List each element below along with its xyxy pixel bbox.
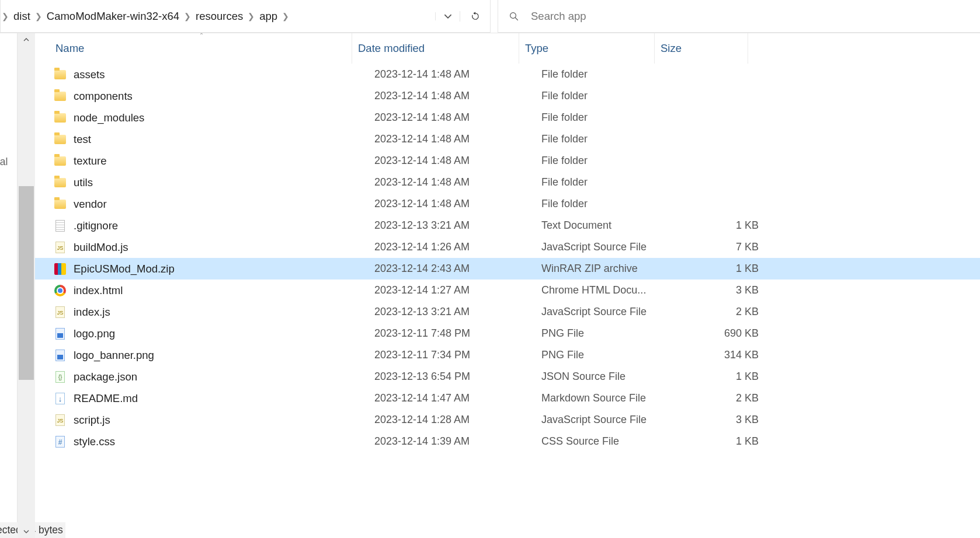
file-row[interactable]: #style.css2023-12-14 1:39 AMCSS Source F…: [35, 431, 980, 452]
file-date: 2023-12-14 1:48 AM: [374, 133, 541, 145]
chevron-right-icon: ❯: [35, 12, 42, 21]
column-header-date[interactable]: Date modified: [352, 33, 519, 64]
file-row[interactable]: index.html2023-12-14 1:27 AMChrome HTML …: [35, 280, 980, 301]
folder-icon: [54, 198, 67, 211]
chevron-down-icon: [23, 529, 29, 534]
file-type: CSS Source File: [541, 435, 677, 448]
file-row[interactable]: ↓README.md2023-12-14 1:47 AMMarkdown Sou…: [35, 387, 980, 409]
file-row[interactable]: JSscript.js2023-12-14 1:28 AMJavaScript …: [35, 409, 980, 431]
refresh-icon: [470, 11, 481, 22]
folder-icon: [54, 111, 67, 124]
file-row[interactable]: EpicUSMod_Mod.zip2023-12-14 2:43 AMWinRA…: [35, 258, 980, 280]
file-name: assets: [74, 68, 105, 81]
nav-tree-edge: nal ected 24 bytes: [0, 33, 18, 538]
history-dropdown-button[interactable]: [435, 12, 460, 20]
file-date: 2023-12-14 1:47 AM: [374, 392, 541, 404]
chevron-right-icon: ❯: [282, 12, 289, 21]
json-file-icon: {}: [54, 371, 67, 383]
file-name: vendor: [74, 198, 107, 211]
file-date: 2023-12-14 1:28 AM: [374, 414, 541, 426]
file-size: 1 KB: [677, 371, 764, 383]
file-row[interactable]: test2023-12-14 1:48 AMFile folder: [35, 128, 980, 150]
js-file-icon: JS: [54, 241, 67, 254]
file-date: 2023-12-14 1:48 AM: [374, 68, 541, 81]
chevron-down-icon: [444, 12, 452, 20]
nav-scrollbar[interactable]: [18, 33, 35, 538]
file-date: 2023-12-13 6:54 PM: [374, 371, 541, 383]
chevron-right-icon: ❯: [248, 12, 255, 21]
svg-line-1: [515, 18, 518, 20]
scroll-down-button[interactable]: [18, 525, 35, 538]
file-row[interactable]: texture2023-12-14 1:48 AMFile folder: [35, 150, 980, 172]
file-name: index.js: [74, 306, 110, 319]
column-header-type[interactable]: Type: [519, 33, 655, 64]
file-type: JSON Source File: [541, 371, 677, 383]
column-header-name[interactable]: Name: [35, 33, 352, 64]
file-size: 690 KB: [677, 327, 764, 340]
css-file-icon: #: [54, 435, 67, 448]
file-type: File folder: [541, 68, 677, 81]
scrollbar-thumb[interactable]: [19, 186, 34, 380]
file-row[interactable]: JSbuildMod.js2023-12-14 1:26 AMJavaScrip…: [35, 236, 980, 258]
chevron-up-icon: [23, 37, 29, 43]
file-name: style.css: [74, 435, 115, 448]
breadcrumb-item[interactable]: CamoModMaker-win32-x64: [42, 0, 184, 32]
file-row[interactable]: .gitignore2023-12-13 3:21 AMText Documen…: [35, 215, 980, 236]
sort-ascending-icon: ˄: [200, 33, 203, 40]
file-name: utils: [74, 176, 93, 189]
nav-tree-clipped-label: nal: [0, 156, 8, 168]
file-name: logo_banner.png: [74, 349, 154, 362]
file-row[interactable]: logo_banner.png2023-12-11 7:34 PMPNG Fil…: [35, 344, 980, 366]
address-box[interactable]: ❯ dist ❯ CamoModMaker-win32-x64 ❯ resour…: [0, 0, 491, 33]
file-date: 2023-12-14 1:48 AM: [374, 111, 541, 124]
file-name: EpicUSMod_Mod.zip: [74, 263, 175, 275]
file-date: 2023-12-14 2:43 AM: [374, 263, 541, 275]
folder-icon: [54, 155, 67, 167]
search-input[interactable]: [530, 9, 980, 23]
file-type: File folder: [541, 90, 677, 102]
search-icon: [509, 11, 519, 22]
file-type: File folder: [541, 155, 677, 167]
file-type: Chrome HTML Docu...: [541, 284, 677, 296]
file-name: index.html: [74, 284, 123, 297]
column-header-size[interactable]: Size: [655, 33, 748, 64]
file-row[interactable]: {}package.json2023-12-13 6:54 PMJSON Sou…: [35, 366, 980, 387]
file-name: README.md: [74, 392, 138, 405]
file-rows: assets2023-12-14 1:48 AMFile foldercompo…: [35, 64, 980, 538]
text-file-icon: [54, 219, 67, 232]
zip-file-icon: [54, 263, 67, 275]
file-row[interactable]: logo.png2023-12-11 7:48 PMPNG File690 KB: [35, 323, 980, 344]
file-date: 2023-12-14 1:48 AM: [374, 198, 541, 210]
file-name: package.json: [74, 371, 137, 383]
file-row[interactable]: assets2023-12-14 1:48 AMFile folder: [35, 64, 980, 85]
chevron-right-icon: ❯: [2, 12, 9, 21]
png-file-icon: [54, 349, 67, 362]
file-row[interactable]: JSindex.js2023-12-13 3:21 AMJavaScript S…: [35, 301, 980, 323]
breadcrumb-item[interactable]: resources: [191, 0, 248, 32]
refresh-button[interactable]: [460, 11, 490, 22]
folder-icon: [54, 176, 67, 189]
file-row[interactable]: components2023-12-14 1:48 AMFile folder: [35, 85, 980, 107]
png-file-icon: [54, 327, 67, 340]
file-date: 2023-12-14 1:26 AM: [374, 241, 541, 253]
file-size: 2 KB: [677, 392, 764, 404]
file-row[interactable]: node_modules2023-12-14 1:48 AMFile folde…: [35, 107, 980, 128]
file-type: JavaScript Source File: [541, 414, 677, 426]
scroll-up-button[interactable]: [18, 33, 35, 46]
folder-icon: [54, 68, 67, 81]
file-list-pane: ˄ Name Date modified Type Size assets202…: [35, 33, 980, 538]
file-name: components: [74, 90, 133, 103]
svg-point-0: [510, 12, 516, 18]
file-date: 2023-12-14 1:48 AM: [374, 155, 541, 167]
search-box[interactable]: [498, 0, 980, 33]
file-date: 2023-12-14 1:27 AM: [374, 284, 541, 296]
breadcrumb-item[interactable]: app: [255, 0, 282, 32]
file-row[interactable]: vendor2023-12-14 1:48 AMFile folder: [35, 193, 980, 215]
breadcrumb-item[interactable]: dist: [9, 0, 35, 32]
file-date: 2023-12-14 1:39 AM: [374, 435, 541, 448]
file-row[interactable]: utils2023-12-14 1:48 AMFile folder: [35, 172, 980, 193]
file-name: .gitignore: [74, 219, 118, 232]
file-type: JavaScript Source File: [541, 241, 677, 253]
file-type: File folder: [541, 176, 677, 188]
file-size: 3 KB: [677, 284, 764, 296]
